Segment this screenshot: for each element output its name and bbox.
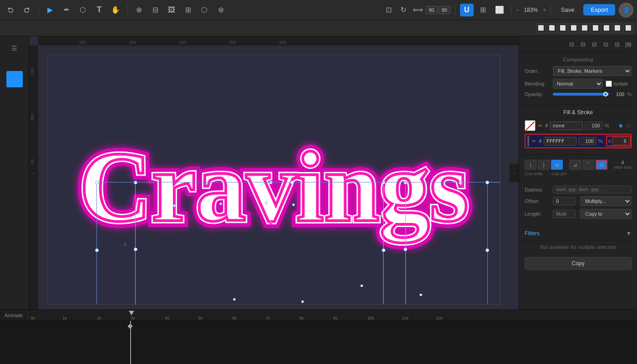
align-left-btn[interactable]: ⬜ — [536, 23, 546, 33]
bezier-pt-2[interactable] — [219, 202, 222, 205]
fill-star-outline[interactable]: ☆ — [626, 122, 632, 129]
opacity-slider[interactable] — [553, 93, 609, 96]
stroke-row: ✏ # % ≡ — [525, 134, 632, 148]
fill-opacity-input[interactable] — [585, 121, 603, 130]
line-end-square[interactable]: ⊟ — [551, 160, 563, 170]
line-ends-label: Line ends — [525, 172, 543, 176]
save-button[interactable]: Save — [556, 4, 580, 15]
rotate-btn[interactable]: ↻ — [396, 4, 410, 16]
order-select[interactable]: Fill, Stroke, Markers — [553, 66, 632, 76]
mirror-btn[interactable]: ⟺ — [411, 4, 425, 16]
export-button[interactable]: Export — [583, 4, 615, 15]
redo-button[interactable] — [20, 4, 34, 16]
filters-expand[interactable]: ▼ — [626, 230, 632, 237]
filters-label[interactable]: Filters — [525, 230, 540, 237]
zoom-plus[interactable]: + — [543, 7, 546, 13]
left-menu-btn[interactable]: ☰ — [6, 40, 23, 56]
rp-icon-5[interactable]: ⊟ — [612, 39, 622, 49]
fill-star-filled[interactable]: ★ — [618, 122, 624, 129]
stroke-hex-input[interactable] — [544, 137, 576, 146]
align-mid-btn[interactable]: ⬜ — [580, 23, 590, 33]
crop-tool[interactable]: ⊞ — [181, 4, 195, 16]
distribute-tool[interactable]: ⊟ — [148, 4, 162, 16]
fill-color-swatch[interactable] — [525, 120, 536, 131]
align-center-btn[interactable]: ⬜ — [547, 23, 557, 33]
align-tool[interactable]: ⊕ — [132, 4, 146, 16]
line-opts-section: | ) ⊟ ⊿ ⌒ ⊡ 4 Miter limit Line ends Line… — [519, 155, 637, 181]
symbol-tool[interactable]: ⬡ — [197, 4, 211, 16]
right-panel: ⊟ ⊟ ⊟ ⊟ ⊟ |⊞ Compositing Order: Fill, St… — [519, 36, 637, 309]
rp-icon-2[interactable]: ⊟ — [578, 39, 588, 49]
blending-select[interactable]: Normal — [553, 79, 603, 89]
rp-icon-6[interactable]: |⊞ — [623, 39, 633, 49]
stroke-width-input[interactable] — [612, 137, 629, 145]
divider-3 — [455, 5, 455, 15]
align-right-btn[interactable]: ⬜ — [558, 23, 568, 33]
bezier-pt-6[interactable] — [301, 300, 304, 303]
distribute-h-btn[interactable]: ⬜ — [602, 23, 612, 33]
copy-button[interactable]: Copy — [525, 257, 632, 270]
bezier-pt-7[interactable] — [360, 284, 363, 287]
offset-mode-select[interactable]: Multiply... — [580, 196, 632, 206]
right-panel-top-icons: ⊟ ⊟ ⊟ ⊟ ⊟ |⊞ — [519, 36, 637, 52]
stroke-opacity-input[interactable] — [578, 137, 597, 145]
handle-outer-mr[interactable] — [485, 248, 489, 252]
line-join-miter[interactable]: ⊿ — [569, 160, 581, 170]
stroke-hash: # — [539, 138, 542, 144]
user-avatar[interactable]: 👤 — [619, 3, 633, 17]
bezier-pt-8[interactable] — [420, 293, 422, 296]
rp-icon-3[interactable]: ⊟ — [589, 39, 599, 49]
lock-aspect-btn[interactable]: ⬜ — [623, 23, 633, 33]
timeline-track[interactable] — [0, 321, 637, 364]
stroke-edit-icon[interactable]: ✏ — [531, 137, 537, 145]
select-tool[interactable]: ▶ — [43, 4, 57, 16]
bezier-pt-4[interactable] — [292, 203, 295, 206]
stroke-color-swatch[interactable] — [527, 136, 529, 147]
line-end-round[interactable]: ) — [538, 160, 550, 170]
isolate-checkbox[interactable] — [606, 81, 612, 87]
miter-value: 4 — [621, 160, 624, 165]
zoom-minus[interactable]: − — [516, 7, 519, 13]
color-swatch-left[interactable] — [6, 71, 23, 87]
bezier-pt-3[interactable] — [265, 202, 268, 204]
align-bottom-btn[interactable]: ⬜ — [591, 23, 601, 33]
bezier-pt-1[interactable] — [173, 204, 176, 207]
handle-outer-tr[interactable] — [485, 181, 489, 184]
stack-tool[interactable]: ⊛ — [214, 4, 228, 16]
align-top-btn[interactable]: ⬜ — [569, 23, 579, 33]
blending-label: Blending: — [525, 81, 550, 86]
offset-input[interactable] — [553, 197, 576, 205]
canvas-nav-left[interactable]: ‹ — [29, 164, 38, 182]
pen-tool[interactable]: ✒ — [60, 4, 73, 16]
hand-tool[interactable]: ✋ — [109, 4, 122, 16]
bezier-pt-5[interactable] — [233, 298, 236, 301]
line-join-bevel[interactable]: ⊡ — [596, 160, 607, 170]
dashes-input[interactable] — [553, 186, 632, 193]
canvas-size-btn[interactable]: ⊡ — [382, 4, 395, 16]
fill-actions: ★ ☆ — [618, 122, 632, 129]
opacity-thumb[interactable] — [603, 92, 608, 96]
fill-edit-icon[interactable]: ✏ — [537, 122, 543, 130]
distribute-v-btn[interactable]: ⬜ — [612, 23, 622, 33]
canvas-nav-right[interactable]: › — [510, 164, 519, 182]
rp-icon-1[interactable]: ⊟ — [566, 39, 576, 49]
style-u-btn[interactable]: U — [460, 4, 474, 16]
undo-button[interactable] — [4, 4, 17, 16]
tick-4s: 4s — [165, 316, 169, 320]
text-tool[interactable]: T — [92, 4, 106, 16]
line-join-round[interactable]: ⌒ — [582, 160, 594, 170]
fill-hex-input[interactable] — [550, 121, 583, 130]
miter-label: Miter limit — [614, 165, 632, 170]
copy-to-select[interactable]: Copy to — [580, 209, 632, 219]
line-join-label: Line join — [550, 172, 568, 176]
grid-btn[interactable]: ⊞ — [476, 4, 490, 16]
line-end-flat[interactable]: | — [525, 160, 536, 170]
stroke-pct-sign: % — [598, 138, 603, 144]
dashes-row: Dashes: — [525, 186, 632, 193]
image-tool[interactable]: 🖼 — [165, 4, 178, 16]
shape-tool[interactable]: ⬡ — [76, 4, 90, 16]
fill-stroke-title: Fill & Stroke — [525, 109, 632, 116]
frame-btn[interactable]: ⬜ — [493, 4, 506, 16]
canvas-area[interactable]: ‹ › 200 300 400 500 600 200 300 400 — [29, 36, 519, 309]
rp-icon-4[interactable]: ⊟ — [601, 39, 611, 49]
